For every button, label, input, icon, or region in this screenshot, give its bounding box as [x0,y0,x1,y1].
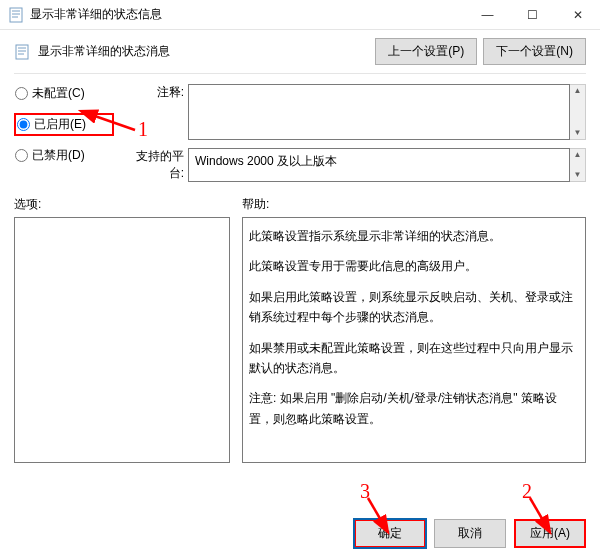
radio-enabled-input[interactable] [17,118,30,131]
supported-platform-value: Windows 2000 及以上版本 [188,148,570,182]
svg-rect-4 [16,45,28,59]
scroll-down-icon: ▼ [574,169,582,181]
window-title: 显示非常详细的状态信息 [30,6,465,23]
policy-title: 显示非常详细的状态消息 [38,43,170,60]
dialog-footer: 确定 取消 应用(A) [354,519,586,548]
help-text: 如果启用此策略设置，则系统显示反映启动、关机、登录或注销系统过程中每个步骤的状态… [249,287,579,328]
options-label: 选项: [14,196,230,213]
comment-input[interactable] [188,84,570,140]
radio-not-configured-input[interactable] [15,87,28,100]
minimize-button[interactable]: — [465,0,510,30]
svg-rect-0 [10,8,22,22]
scroll-up-icon: ▲ [574,149,582,161]
next-setting-button[interactable]: 下一个设置(N) [483,38,586,65]
divider [14,73,586,74]
policy-sheet-icon [14,44,30,60]
help-panel: 此策略设置指示系统显示非常详细的状态消息。 此策略设置专用于需要此信息的高级用户… [242,217,586,463]
radio-not-configured-label: 未配置(C) [32,85,85,102]
radio-disabled-input[interactable] [15,149,28,162]
annotation-number-3: 3 [360,480,370,503]
policy-sheet-icon [8,7,24,23]
close-button[interactable]: ✕ [555,0,600,30]
help-text: 此策略设置指示系统显示非常详细的状态消息。 [249,226,579,246]
comment-scrollbar[interactable]: ▲ ▼ [570,84,586,140]
scroll-down-icon: ▼ [574,127,582,139]
help-text: 如果禁用或未配置此策略设置，则在这些过程中只向用户显示默认的状态消息。 [249,338,579,379]
radio-enabled-label: 已启用(E) [34,116,86,133]
options-panel [14,217,230,463]
scroll-up-icon: ▲ [574,85,582,97]
help-text: 注意: 如果启用 "删除启动/关机/登录/注销状态消息" 策略设置，则忽略此策略… [249,388,579,429]
header-row: 显示非常详细的状态消息 上一个设置(P) 下一个设置(N) [14,38,586,65]
apply-button[interactable]: 应用(A) [514,519,586,548]
radio-disabled-label: 已禁用(D) [32,147,85,164]
state-radio-group: 未配置(C) 已启用(E) 已禁用(D) [14,84,114,182]
radio-enabled[interactable]: 已启用(E) [14,113,114,136]
cancel-button[interactable]: 取消 [434,519,506,548]
titlebar: 显示非常详细的状态信息 — ☐ ✕ [0,0,600,30]
comment-label: 注释: [124,84,188,140]
help-text: 此策略设置专用于需要此信息的高级用户。 [249,256,579,276]
help-label: 帮助: [242,196,586,213]
radio-not-configured[interactable]: 未配置(C) [14,84,114,103]
annotation-number-2: 2 [522,480,532,503]
ok-button[interactable]: 确定 [354,519,426,548]
platform-label: 支持的平台: [124,148,188,182]
platform-scrollbar[interactable]: ▲ ▼ [570,148,586,182]
previous-setting-button[interactable]: 上一个设置(P) [375,38,477,65]
radio-disabled[interactable]: 已禁用(D) [14,146,114,165]
maximize-button[interactable]: ☐ [510,0,555,30]
